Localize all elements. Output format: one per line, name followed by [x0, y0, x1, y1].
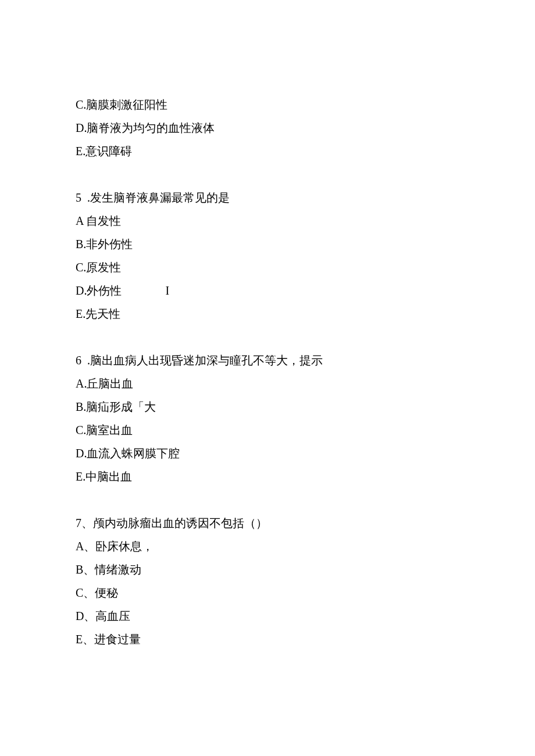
option-c: C、便秘: [76, 581, 459, 604]
question-stem: 7、颅内动脉瘤出血的诱因不包括（）: [76, 511, 459, 535]
question-6: 6 .脑出血病人出现昏迷加深与瞳孔不等大，提示 A.丘脑出血 B.脑疝形成「大 …: [76, 349, 459, 488]
question-7: 7、颅内动脉瘤出血的诱因不包括（） A、卧床休息， B、情绪激动 C、便秘 D、…: [76, 511, 459, 651]
question-tail-options: C.脑膜刺激征阳性 D.脑脊液为均匀的血性液体 E.意识障碍: [76, 93, 459, 163]
document-page: C.脑膜刺激征阳性 D.脑脊液为均匀的血性液体 E.意识障碍 5 .发生脑脊液鼻…: [0, 0, 535, 756]
option-a: A、卧床休息，: [76, 535, 459, 558]
option-a: A 自发性: [76, 209, 459, 232]
option-e: E.意识障碍: [76, 139, 459, 163]
option-d: D.血流入蛛网膜下腔: [76, 442, 459, 465]
option-b: B.非外伤性: [76, 232, 459, 256]
option-e: E.中脑出血: [76, 465, 459, 488]
question-stem: 5 .发生脑脊液鼻漏最常见的是: [76, 186, 459, 209]
option-c: C.脑膜刺激征阳性: [76, 93, 459, 116]
option-b: B、情绪激动: [76, 558, 459, 581]
option-a: A.丘脑出血: [76, 372, 459, 395]
option-e: E.先天性: [76, 302, 459, 325]
question-5: 5 .发生脑脊液鼻漏最常见的是 A 自发性 B.非外伤性 C.原发性 D.外伤性…: [76, 186, 459, 325]
option-c: C.脑室出血: [76, 418, 459, 442]
option-e: E、进食过量: [76, 628, 459, 651]
question-stem: 6 .脑出血病人出现昏迷加深与瞳孔不等大，提示: [76, 349, 459, 372]
option-c: C.原发性: [76, 256, 459, 279]
option-d: D.脑脊液为均匀的血性液体: [76, 116, 459, 139]
option-d: D、高血压: [76, 604, 459, 628]
option-b: B.脑疝形成「大: [76, 395, 459, 418]
option-d: D.外伤性 I: [76, 279, 459, 302]
